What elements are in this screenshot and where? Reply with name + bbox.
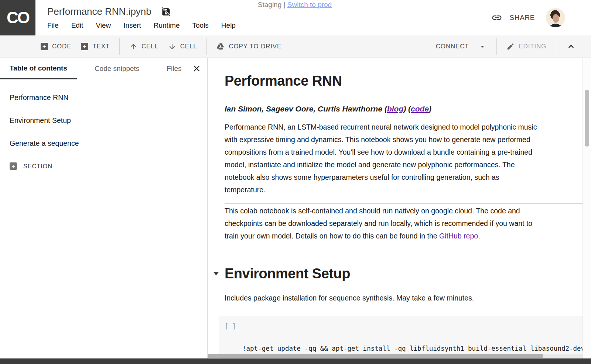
plus-icon: + (81, 43, 88, 50)
staging-separator: | (281, 1, 287, 8)
editing-label: EDITING (519, 43, 546, 50)
section-heading: Environment Setup (225, 265, 583, 282)
menu-view[interactable]: View (96, 21, 111, 30)
notebook-content-area: Performance RNN Ian Simon, Sageev Oore, … (208, 58, 591, 358)
move-cell-down-button[interactable]: CELL (168, 42, 197, 51)
environment-setup-section: Environment Setup (225, 265, 583, 282)
header: CO Performance RNN.ipynb File Edit View … (0, 0, 591, 35)
paragraph-line: This colab notebook is self-contained an… (225, 205, 583, 217)
tab-table-of-contents[interactable]: Table of contents (0, 58, 77, 79)
github-repo-link[interactable]: GitHub repo (439, 232, 478, 240)
colab-logo[interactable]: CO (0, 0, 35, 35)
authors-text: ) (429, 104, 431, 113)
authors-text: Ian Simon, Sageev Oore, Curtis Hawthorne… (225, 104, 387, 113)
body-row: Table of contents Code snippets Files Pe… (0, 58, 591, 358)
paragraph-line: train your own model. Details on how to … (225, 230, 583, 242)
copy-link-icon[interactable] (491, 12, 502, 23)
code-link[interactable]: code (411, 104, 429, 113)
connect-button[interactable]: CONNECT (436, 42, 487, 51)
table-of-contents: Performance RNN Environment Setup Genera… (0, 79, 207, 178)
bottom-status-bar (0, 358, 591, 364)
menu-insert[interactable]: Insert (123, 21, 141, 30)
add-code-label: CODE (52, 43, 71, 50)
code-line: !apt-get update -qq && apt-get install -… (242, 343, 583, 354)
code-cell[interactable]: [ ] !apt-get update -qq && apt-get insta… (219, 316, 583, 358)
switch-to-prod-link[interactable]: Switch to prod (287, 1, 332, 8)
cell-up-label: CELL (141, 43, 158, 50)
run-cell-button[interactable]: [ ] (225, 321, 242, 358)
tab-code-snippets[interactable]: Code snippets (85, 58, 149, 79)
horizontal-scrollbar-thumb[interactable] (208, 354, 543, 358)
paragraph-line: Performance RNN, an LSTM-based recurrent… (225, 121, 583, 133)
drive-icon (216, 42, 225, 51)
cell-down-label: CELL (180, 43, 197, 50)
paragraph-line: notebook also shows some hyperparameters… (225, 171, 583, 183)
arrow-up-icon (129, 42, 137, 51)
collapse-section-icon[interactable] (213, 272, 219, 275)
add-text-cell-button[interactable]: + TEXT (81, 43, 110, 50)
toolbar-divider (119, 38, 120, 55)
paragraph-line: temperature. (225, 183, 583, 196)
environment-banner: Staging | Switch to prod (258, 0, 332, 10)
add-section-label: SECTION (23, 163, 52, 170)
sidebar-tabs: Table of contents Code snippets Files (0, 58, 207, 79)
chevron-down-icon (478, 42, 487, 51)
toolbar-divider (496, 38, 497, 55)
add-text-label: TEXT (92, 43, 110, 50)
toolbar-divider (206, 38, 207, 55)
toolbar-divider (556, 38, 556, 55)
toc-item-environment-setup[interactable]: Environment Setup (0, 109, 207, 132)
logo-text: CO (7, 8, 29, 27)
header-actions: SHARE (491, 8, 565, 27)
editing-mode-button[interactable]: EDITING (506, 42, 546, 51)
notebook-toolbar: + CODE + TEXT CELL CELL COPY TO DRIVE CO… (0, 35, 591, 58)
menu-bar: File Edit View Insert Runtime Tools Help (47, 21, 236, 30)
toolbar-right: CONNECT EDITING (436, 38, 576, 55)
copy-to-drive-label: COPY TO DRIVE (229, 43, 281, 50)
vertical-scrollbar-thumb[interactable] (585, 90, 589, 147)
cell-divider (225, 203, 583, 204)
vertical-scrollbar[interactable] (583, 58, 591, 358)
copy-to-drive-button[interactable]: COPY TO DRIVE (216, 42, 281, 51)
menu-help[interactable]: Help (221, 21, 236, 30)
save-disabled-icon (161, 7, 171, 17)
toc-item-generate-a-sequence[interactable]: Generate a sequence (0, 132, 207, 155)
blog-link[interactable]: blog (387, 104, 403, 113)
close-sidebar-icon[interactable] (192, 63, 202, 73)
paragraph-line: model, instantiate and initialize the mo… (225, 158, 583, 171)
intro-paragraph: Performance RNN, an LSTM-based recurrent… (225, 121, 583, 196)
paragraph-line: compositions from a trained model. You'l… (225, 146, 583, 158)
authors-text: ) ( (403, 104, 411, 113)
horizontal-scrollbar[interactable] (208, 354, 583, 358)
notebook-scroll-region[interactable]: Performance RNN Ian Simon, Sageev Oore, … (208, 58, 583, 358)
staging-label: Staging (258, 1, 281, 8)
arrow-down-icon (168, 42, 176, 51)
menu-file[interactable]: File (47, 21, 59, 30)
paragraph-line: with expressive timing and dynamics. Thi… (225, 133, 583, 146)
paragraph-text: . (478, 232, 480, 240)
paragraph-line: checkpoints can be downloaded separately… (225, 217, 583, 230)
tab-files[interactable]: Files (157, 58, 191, 79)
menu-edit[interactable]: Edit (71, 21, 83, 30)
user-avatar[interactable] (546, 8, 565, 27)
colab-app: CO Performance RNN.ipynb File Edit View … (0, 0, 591, 364)
sidebar-panel: Table of contents Code snippets Files Pe… (0, 58, 208, 358)
collapse-header-icon[interactable] (566, 41, 576, 52)
move-cell-up-button[interactable]: CELL (129, 42, 158, 51)
pencil-icon (506, 42, 515, 51)
plus-icon: + (41, 43, 48, 50)
second-paragraph: This colab notebook is self-contained an… (225, 205, 583, 242)
add-code-cell-button[interactable]: + CODE (41, 43, 71, 50)
add-section-button[interactable]: + SECTION (0, 155, 207, 178)
section-subtitle: Includes package installation for sequen… (225, 292, 583, 304)
share-button[interactable]: SHARE (510, 14, 535, 22)
menu-runtime[interactable]: Runtime (154, 21, 180, 30)
connect-label: CONNECT (436, 43, 469, 50)
menu-tools[interactable]: Tools (192, 21, 209, 30)
notebook-filename[interactable]: Performance RNN.ipynb (47, 5, 151, 18)
authors-line: Ian Simon, Sageev Oore, Curtis Hawthorne… (225, 104, 583, 114)
title-area: Performance RNN.ipynb File Edit View Ins… (47, 5, 236, 30)
toc-item-performance-rnn[interactable]: Performance RNN (0, 86, 207, 109)
code-editor[interactable]: !apt-get update -qq && apt-get install -… (242, 321, 583, 358)
paragraph-text: train your own model. Details on how to … (225, 232, 439, 240)
